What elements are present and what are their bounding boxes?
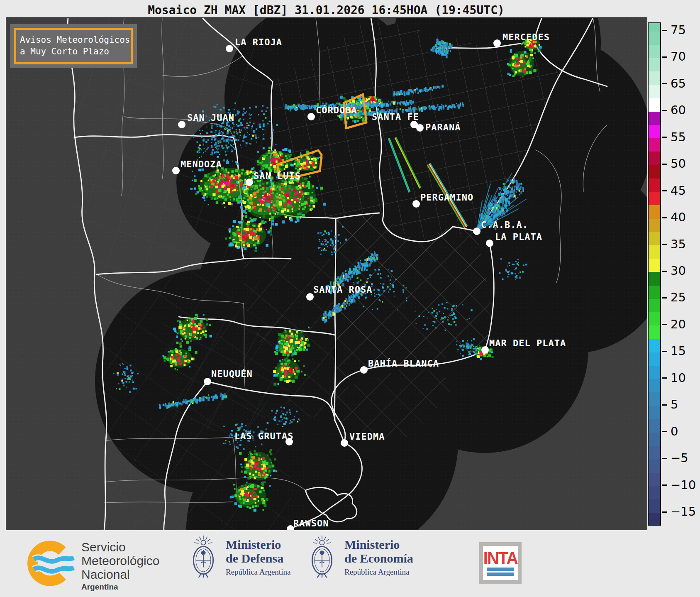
colorbar-segment: [649, 23, 660, 32]
city-label-pergamino: PERGAMINO: [420, 192, 473, 203]
colorbar-tick-mark: [662, 458, 667, 459]
city-label-bah-a-blanca: BAHÍA BLANCA: [368, 358, 439, 369]
colorbar-tick-mark: [662, 324, 667, 325]
colorbar: 757065605550454035302520151050−5−10−15: [648, 0, 700, 597]
colorbar-tick-label: 20: [671, 318, 686, 330]
colorbar-segment: [649, 232, 660, 245]
colorbar-tick-label: 25: [671, 291, 686, 303]
economia-logo: Ministerio de Economía República Argenti…: [306, 535, 413, 579]
colorbar-tick-mark: [662, 56, 667, 58]
smn-line2: Meteorológico: [81, 554, 159, 568]
warning-legend-line2: a Muy Corto Plazo: [20, 46, 131, 58]
city-label-neuqu-n: NEUQUÉN: [211, 369, 253, 379]
colorbar-segment: [649, 44, 660, 58]
city-label-santa-rosa: SANTA ROSA: [313, 284, 372, 295]
colorbar-tick-mark: [662, 110, 667, 111]
colorbar-tick-label: 10: [671, 372, 686, 384]
city-dot-san-juan: [178, 121, 185, 128]
colorbar-tick-mark: [662, 190, 667, 191]
colorbar-tick-label: −15: [671, 506, 696, 518]
colorbar-tick-label: 30: [671, 265, 686, 277]
footer: Servicio Meteorológico Nacional Argentin…: [0, 530, 700, 597]
radar-map: LA RIOJAMERCEDESSAN JUANCÓRDOBASANTA FEP…: [6, 17, 647, 531]
colorbar-tick-mark: [662, 404, 667, 406]
warning-legend-line1: Avisos Meteorológicos: [20, 34, 131, 46]
colorbar-tick-label: 60: [671, 104, 686, 116]
city-label-viedma: VIEDMA: [349, 431, 385, 442]
colorbar-tick-mark: [662, 511, 667, 513]
colorbar-tick-mark: [662, 164, 667, 165]
colorbar-segment: [649, 472, 660, 486]
colorbar-segment: [649, 71, 660, 85]
colorbar-tick-mark: [662, 217, 667, 218]
city-dot-la-rioja: [226, 45, 233, 52]
colorbar-gradient: [648, 22, 661, 526]
colorbar-tick-mark: [662, 297, 667, 298]
colorbar-tick-mark: [662, 351, 667, 352]
city-label-c-rdoba: CÓRDOBA: [316, 105, 357, 115]
smn-line3: Nacional: [81, 568, 159, 581]
colorbar-segment: [649, 272, 660, 286]
colorbar-segment: [649, 111, 660, 125]
colorbar-tick-mark: [662, 271, 667, 272]
city-dot-mercedes: [493, 39, 501, 47]
city-dot-neuqu-n: [204, 378, 211, 385]
city-label-san-juan: SAN JUAN: [187, 113, 234, 123]
city-label-rawson: RAWSON: [293, 518, 329, 528]
colorbar-segment: [649, 366, 660, 379]
colorbar-tick-mark: [662, 244, 667, 245]
colorbar-segment: [649, 339, 660, 352]
city-label-mar-del-plata: MAR DEL PLATA: [489, 338, 566, 348]
colorbar-segment: [649, 325, 660, 339]
colorbar-segment: [649, 98, 660, 112]
colorbar-tick-label: 55: [671, 131, 686, 143]
colorbar-tick-label: −5: [671, 452, 688, 464]
colorbar-segment: [649, 218, 660, 232]
city-dot-santa-rosa: [306, 293, 314, 301]
economia-subtitle: de Economía: [344, 551, 413, 565]
colorbar-tick-label: 5: [671, 399, 678, 411]
colorbar-tick-mark: [662, 137, 667, 138]
colorbar-segment: [649, 312, 660, 326]
radar-product-page: { "title": "Mosaico ZH MAX [dBZ] 31.01.2…: [0, 0, 700, 597]
colorbar-tick-mark: [662, 83, 667, 84]
colorbar-segment: [649, 31, 660, 45]
colorbar-segment: [649, 499, 660, 513]
city-dot-viedma: [341, 439, 348, 447]
economia-caption: República Argentina: [344, 568, 413, 577]
colorbar-tick-label: 35: [671, 238, 686, 250]
colorbar-segment: [649, 245, 660, 259]
colorbar-segment: [649, 298, 660, 312]
city-dot-paran-: [416, 124, 424, 132]
city-dot-mendoza: [172, 167, 180, 174]
defensa-logo: Ministerio de Defensa República Argentin…: [188, 535, 290, 579]
city-dot-c-a-b-a-: [473, 228, 480, 235]
colorbar-segment: [649, 152, 660, 165]
page-title: Mosaico ZH MAX [dBZ] 31.01.2026 16:45HOA…: [6, 3, 646, 17]
colorbar-tick-label: 40: [671, 211, 686, 223]
defensa-title: Ministerio: [226, 538, 290, 552]
colorbar-tick-label: −10: [671, 479, 696, 491]
colorbar-tick-mark: [662, 431, 667, 432]
colorbar-tick-label: 70: [671, 51, 686, 63]
inta-bar-1: [487, 568, 514, 571]
colorbar-segment: [649, 259, 660, 272]
inta-bar-2: [487, 573, 514, 576]
city-label-las-grutas: LAS GRUTAS: [234, 431, 293, 441]
economia-text: Ministerio de Economía República Argenti…: [344, 538, 413, 577]
colorbar-segment: [649, 178, 660, 192]
city-dot-la-plata: [486, 240, 493, 247]
city-label-san-luis: SAN LUIS: [254, 171, 301, 181]
colorbar-tick-label: 50: [671, 158, 686, 170]
defensa-text: Ministerio de Defensa República Argentin…: [226, 538, 290, 577]
colorbar-tick-mark: [662, 377, 667, 379]
colorbar-tick-mark: [662, 484, 667, 486]
smn-line1: Servicio: [81, 540, 159, 554]
city-dot-san-luis: [246, 179, 253, 186]
city-label-la-rioja: LA RIOJA: [235, 37, 282, 47]
city-label-la-plata: LA PLATA: [495, 232, 542, 242]
colorbar-tick-label: 0: [671, 426, 678, 438]
smn-country: Argentina: [81, 582, 159, 592]
colorbar-segment: [649, 165, 660, 179]
inta-logo: INTA: [479, 542, 522, 584]
